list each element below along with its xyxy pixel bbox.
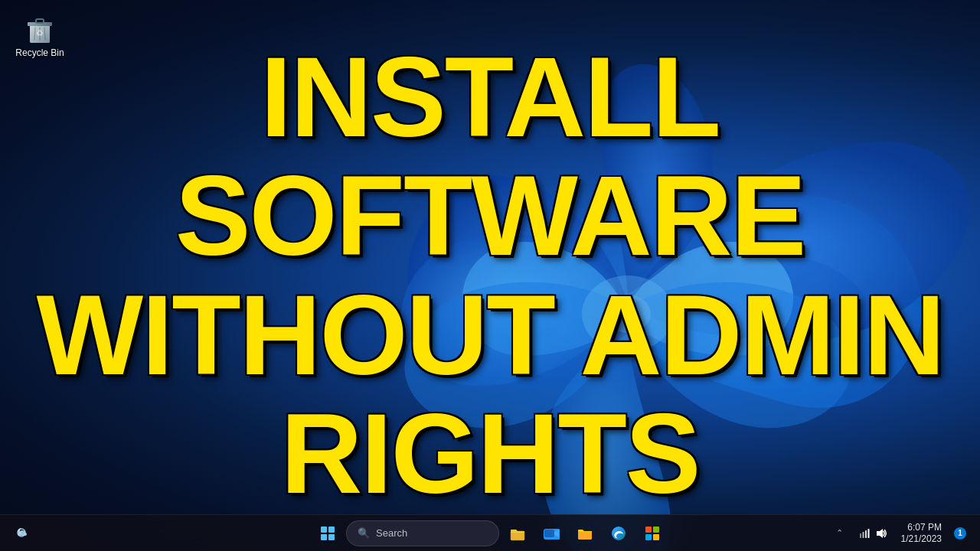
svg-rect-19 [653,527,659,533]
svg-rect-21 [653,534,659,540]
weather-widget[interactable] [9,520,37,547]
clock[interactable]: 6:07 PM 1/21/2023 [895,520,948,546]
taskbar: 🔍 Search [0,514,980,551]
cloud-icon [15,525,31,542]
show-hidden-icons-button[interactable]: ⌃ [829,518,851,549]
svg-rect-22 [860,533,861,538]
svg-rect-16 [578,531,592,540]
file-explorer-button[interactable] [502,518,533,549]
edge-icon [610,525,627,542]
taskbar-right: ⌃ 6:07 PM 1/21/2023 1 [829,518,971,549]
svg-rect-25 [867,529,869,538]
svg-rect-5 [36,19,44,23]
search-label: Search [376,527,407,539]
store-icon [644,525,661,542]
system-tray[interactable] [852,524,893,543]
file-explorer-icon [509,525,526,542]
title-overlay: INSTALL SOFTWARE WITHOUT ADMIN RIGHTS [31,37,949,514]
windows-logo [321,527,335,540]
network-icon [858,527,871,540]
notification-center-button[interactable]: 1 [949,518,971,549]
svg-rect-23 [862,532,864,538]
zoom-icon [543,525,560,542]
speaker-icon [875,527,887,540]
svg-marker-26 [877,529,883,538]
search-bar[interactable]: 🔍 Search [346,520,499,546]
svg-text:♻: ♻ [36,28,44,37]
taskbar-left [9,520,37,547]
chevron-up-icon: ⌃ [836,528,843,538]
taskbar-center: 🔍 Search [312,518,668,549]
svg-rect-24 [865,530,867,538]
folder-icon [577,525,593,542]
start-button[interactable] [312,518,343,549]
zoom-button[interactable] [536,518,567,549]
search-icon: 🔍 [358,527,370,539]
svg-rect-18 [645,527,652,533]
svg-rect-20 [645,534,652,540]
svg-rect-14 [544,530,554,537]
notification-badge: 1 [954,527,966,540]
clock-time: 6:07 PM [907,522,942,533]
clock-date: 1/21/2023 [901,533,942,544]
store-button[interactable] [637,518,668,549]
folder-button[interactable] [570,518,600,549]
edge-button[interactable] [603,518,634,549]
title-line1: INSTALL SOFTWARE [31,37,949,276]
title-line2: WITHOUT ADMIN RIGHTS [31,276,949,514]
